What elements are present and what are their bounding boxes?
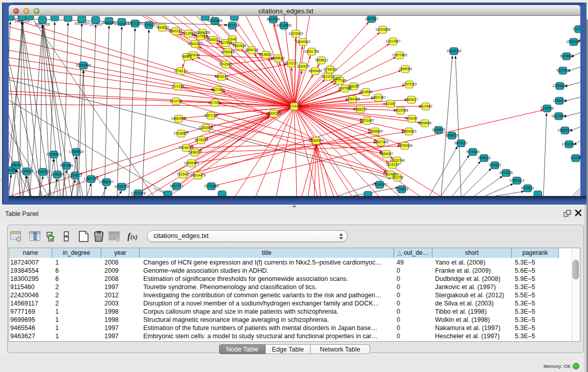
svg-text:7663822: 7663822 [156,26,169,29]
svg-text:12942737: 12942737 [35,170,51,173]
svg-text:1362615: 1362615 [296,64,310,68]
svg-text:1010755: 1010755 [169,99,183,103]
svg-text:417006: 417006 [209,101,221,104]
svg-text:39154: 39154 [9,168,16,172]
svg-text:16961758: 16961758 [304,50,319,53]
svg-text:18807249: 18807249 [373,140,388,144]
svg-text:19654923: 19654923 [401,129,417,133]
svg-text:6794028: 6794028 [323,68,337,71]
svg-text:3215938: 3215938 [540,106,554,110]
svg-text:8938928: 8938928 [445,134,459,137]
svg-text:8912958: 8912958 [182,32,195,35]
svg-text:15716485: 15716485 [204,184,219,188]
svg-text:9657791: 9657791 [170,184,183,188]
svg-text:1117344: 1117344 [573,27,580,31]
svg-text:9127503: 9127503 [194,34,207,38]
svg-text:8990448: 8990448 [309,69,322,73]
svg-text:16210643: 16210643 [551,114,567,118]
svg-text:12093822: 12093822 [552,84,568,87]
svg-text:18724007: 18724007 [287,104,302,108]
svg-text:7955812: 7955812 [315,58,328,62]
svg-text:16782759: 16782759 [114,185,129,188]
svg-text:6466160: 6466160 [102,21,116,25]
svg-text:8756985: 8756985 [221,50,234,54]
svg-text:10973493: 10973493 [392,53,407,57]
svg-text:8427552: 8427552 [211,88,225,92]
svg-text:12923468: 12923468 [130,191,146,195]
svg-text:9245652: 9245652 [521,186,534,190]
svg-text:9146821: 9146821 [259,53,273,56]
svg-text:1733426: 1733426 [395,187,408,191]
svg-text:9397586: 9397586 [60,164,73,167]
svg-text:9699695: 9699695 [418,121,431,125]
svg-text:9474444: 9474444 [466,150,480,154]
svg-text:19218506: 19218506 [276,24,292,27]
svg-text:16914479: 16914479 [190,173,206,177]
svg-text:16120746: 16120746 [389,159,405,162]
svg-text:18640910: 18640910 [295,40,311,43]
svg-text:9684067: 9684067 [380,152,393,156]
svg-text:1588520: 1588520 [271,56,285,60]
svg-text:15720407: 15720407 [359,119,375,122]
svg-text:10543382: 10543382 [187,42,203,46]
svg-text:10807487: 10807487 [371,96,386,99]
svg-text:1221338: 1221338 [171,84,184,88]
svg-text:116753: 116753 [570,156,580,160]
svg-text:13226058: 13226058 [195,31,210,34]
svg-text:98961: 98961 [182,55,192,58]
svg-text:1250513: 1250513 [69,173,82,177]
svg-text:3624554: 3624554 [359,90,373,94]
svg-text:1546: 1546 [229,37,236,41]
svg-text:19654903: 19654903 [171,117,186,120]
svg-text:1156829: 1156829 [20,169,33,173]
svg-text:7357224: 7357224 [226,24,239,27]
svg-text:19756928: 19756928 [397,144,412,147]
svg-text:19166827: 19166827 [173,132,189,135]
svg-text:16033809: 16033809 [207,19,223,23]
svg-text:20364436: 20364436 [345,97,360,101]
svg-text:19384554: 19384554 [309,139,324,142]
svg-text:975047: 975047 [406,117,418,120]
svg-text:18300295: 18300295 [266,112,281,115]
svg-text:14055724: 14055724 [14,19,30,23]
svg-text:2935114: 2935114 [477,156,491,160]
svg-text:9527508: 9527508 [219,41,232,45]
svg-text:17957253: 17957253 [83,177,99,181]
svg-text:2718170: 2718170 [174,69,187,73]
svg-text:7625402: 7625402 [177,172,190,176]
svg-text:3267130: 3267130 [204,114,217,117]
svg-text:8960125: 8960125 [169,29,182,33]
svg-text:2803144: 2803144 [215,75,228,78]
svg-text:9777169: 9777169 [333,79,346,82]
svg-text:746266: 746266 [348,84,359,88]
svg-text:14099489: 14099489 [184,161,199,165]
svg-text:1327602: 1327602 [89,23,102,26]
svg-text:835061: 835061 [11,163,22,167]
svg-text:10654112: 10654112 [510,179,525,182]
svg-text:1621072: 1621072 [321,75,335,78]
svg-text:11353594: 11353594 [199,126,213,129]
svg-text:8471626: 8471626 [499,171,513,174]
svg-text:1244415: 1244415 [553,99,566,102]
svg-text:15751074: 15751074 [566,40,580,43]
svg-text:9463627: 9463627 [405,98,418,101]
svg-text:10958107: 10958107 [99,180,114,184]
svg-text:62160: 62160 [386,102,396,105]
svg-text:16848784: 16848784 [446,49,462,53]
svg-text:252254: 252254 [392,176,403,179]
svg-text:8454749: 8454749 [245,48,258,52]
svg-text:16046756: 16046756 [179,146,194,149]
svg-text:1145194: 1145194 [51,172,64,176]
svg-text:17010504: 17010504 [561,142,577,146]
svg-text:9329966: 9329966 [560,54,573,58]
svg-text:15692971: 15692971 [557,128,573,132]
svg-text:1640935: 1640935 [432,128,445,132]
svg-text:7632621: 7632621 [488,163,502,167]
svg-text:2087682: 2087682 [365,17,378,20]
svg-text:2967608: 2967608 [233,44,246,48]
svg-text:7485063: 7485063 [399,67,412,71]
svg-text:8186323: 8186323 [207,38,220,41]
svg-text:10653267: 10653267 [74,21,90,25]
svg-text:6479197: 6479197 [454,141,468,145]
svg-text:7515526: 7515526 [142,23,156,27]
